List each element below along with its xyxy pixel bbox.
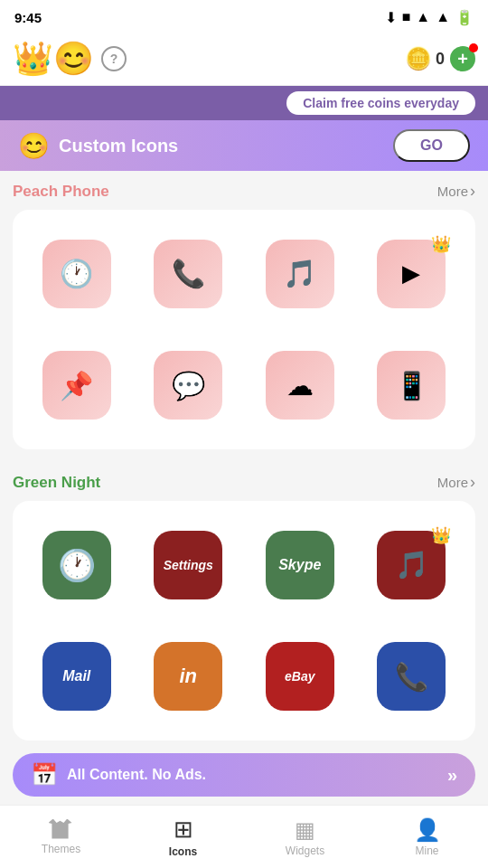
green-night-section: Green Night More 🕐 Settings Skype: [0, 462, 488, 741]
peach-phone-header: Peach Phone More: [13, 182, 475, 201]
custom-pill-arrows: »: [447, 765, 457, 786]
list-item[interactable]: 📞: [361, 626, 464, 729]
custom-pill-left: 📅 All Content. No Ads.: [31, 762, 206, 788]
wifi-icon: ▲: [416, 9, 430, 25]
claim-banner: Claim free coins everyday: [0, 86, 488, 120]
custom-pill[interactable]: 📅 All Content. No Ads. »: [13, 753, 475, 797]
themes-icon: [49, 819, 74, 841]
mine-label: Mine: [415, 844, 438, 857]
top-bar: 👑😊 ? 🪙 0 +: [0, 33, 488, 86]
custom-icons-title: Custom Icons: [59, 136, 178, 156]
green-night-more[interactable]: More: [437, 473, 475, 492]
status-time: 9:45: [14, 10, 42, 25]
custom-pill-icon: 📅: [31, 762, 58, 788]
go-button[interactable]: GO: [393, 129, 470, 162]
coin-area: 🪙 0: [405, 46, 445, 71]
status-bar: 9:45 ⬇ ■ ▲ ▲ 🔋: [0, 0, 488, 33]
nav-item-mine[interactable]: 👤 Mine: [366, 806, 488, 868]
coin-icon: 🪙: [405, 46, 432, 71]
custom-icons-left: 😊 Custom Icons: [18, 131, 178, 161]
peach-phone-section: Peach Phone More 🕐 📞 🎵: [0, 171, 488, 449]
nav-item-icons[interactable]: ⊞ Icons: [122, 806, 244, 868]
top-left: 👑😊 ?: [13, 40, 127, 78]
list-item[interactable]: 🕐: [25, 222, 128, 326]
widgets-label: Widgets: [286, 844, 324, 857]
status-icons: ⬇ ■ ▲ ▲ 🔋: [385, 9, 474, 26]
list-item[interactable]: Mail: [25, 626, 128, 729]
crown-badge: 👑: [431, 525, 451, 545]
icons-label: Icons: [169, 845, 197, 858]
themes-label: Themes: [42, 843, 80, 855]
help-button[interactable]: ?: [101, 46, 127, 71]
list-item[interactable]: 📌: [25, 335, 128, 438]
list-item[interactable]: ▶ 👑: [361, 222, 464, 326]
download-icon: ⬇: [385, 9, 397, 26]
custom-pill-text: All Content. No Ads.: [67, 767, 206, 783]
custom-icons-emoji: 😊: [18, 131, 50, 161]
list-item[interactable]: Settings: [137, 514, 240, 617]
list-item[interactable]: 🎵 👑: [361, 514, 464, 617]
list-item[interactable]: Skype: [249, 514, 352, 617]
crown-avatar[interactable]: 👑😊: [13, 40, 94, 78]
shirt-shape: [49, 819, 72, 839]
peach-phone-more[interactable]: More: [437, 182, 475, 201]
green-night-header: Green Night More: [13, 473, 475, 492]
list-item[interactable]: 💬: [137, 335, 240, 438]
square-icon: ■: [402, 9, 411, 25]
nav-item-widgets[interactable]: ▦ Widgets: [244, 806, 366, 868]
coin-count: 0: [436, 50, 445, 69]
list-item[interactable]: in: [137, 626, 240, 729]
peach-phone-title: Peach Phone: [13, 183, 109, 201]
list-item[interactable]: 📞: [137, 222, 240, 326]
list-item[interactable]: 📱: [361, 335, 464, 438]
battery-icon: 🔋: [455, 9, 474, 26]
scroll-content: Peach Phone More 🕐 📞 🎵: [0, 171, 488, 809]
top-right: 🪙 0 +: [405, 46, 475, 71]
green-night-grid: 🕐 Settings Skype 🎵 👑: [13, 501, 475, 741]
custom-pill-section: 📅 All Content. No Ads. »: [0, 753, 488, 806]
list-item[interactable]: 🎵: [249, 222, 352, 326]
list-item[interactable]: eBay: [249, 626, 352, 729]
peach-phone-grid: 🕐 📞 🎵 ▶ 👑 �: [13, 210, 475, 449]
add-coins-button[interactable]: +: [450, 46, 475, 71]
custom-icons-banner[interactable]: 😊 Custom Icons GO: [0, 120, 488, 171]
list-item[interactable]: ☁: [249, 335, 352, 438]
claim-button[interactable]: Claim free coins everyday: [286, 91, 475, 115]
green-night-title: Green Night: [13, 474, 100, 492]
signal-icon: ▲: [436, 9, 450, 25]
bottom-nav: Themes ⊞ Icons ▦ Widgets 👤 Mine: [0, 805, 488, 868]
list-item[interactable]: 🕐: [25, 514, 128, 617]
nav-item-themes[interactable]: Themes: [0, 806, 122, 868]
crown-badge: 👑: [431, 234, 451, 254]
